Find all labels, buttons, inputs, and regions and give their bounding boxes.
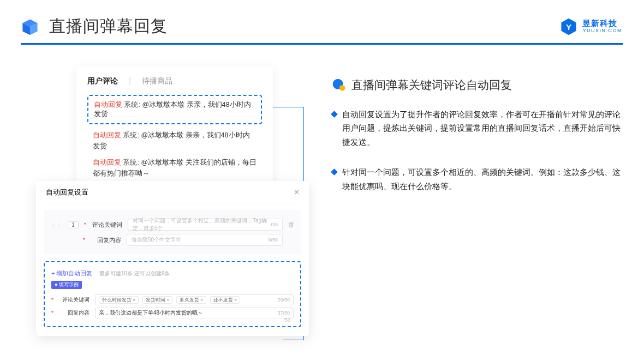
delete-icon[interactable]: 🗑 [288,221,295,228]
keyword-tag[interactable]: 什么时候发货× [99,296,139,304]
content-row: * 回复内容 每条限50个中文字符 0/50 [50,234,295,246]
diamond-icon [331,168,338,176]
system-label: 系统: [124,101,140,108]
brand-name-en: YUUXIN.COM [582,28,622,34]
right-column: 直播间弹幕关键词评论自动回复 自动回复设置为了提升作者的评论回复效率，作者可在开… [332,67,622,210]
char-count: 0/5 [271,222,278,227]
content: 用户评论 | 待播商品 自动回复 系统: @冰墩墩本墩 亲亲，我们48小时内发货… [0,45,644,210]
keyword-label: 评论关键词 [92,221,122,229]
brand-logo-icon: Y [559,17,578,36]
add-hint: 最多可建10条 还可以创建9条 [99,270,170,276]
highlighted-reply: 自动回复 系统: @冰墩墩本墩 亲亲，我们48小时内发货 [87,95,262,124]
left-column: 用户评论 | 待播商品 自动回复 系统: @冰墩墩本墩 亲亲，我们48小时内发货… [26,67,299,210]
example-content-row: * 回复内容 亲，我们这边都是下单48小时内发货的哦～ 37/50 [51,307,294,318]
content-label: 回复内容 [59,309,90,317]
svg-point-5 [339,85,345,90]
diamond-icon [331,111,338,118]
brand-name-cn: 昱新科技 [582,19,622,28]
page-title: 直播间弹幕回复 [49,15,168,38]
cube-icon [21,17,39,36]
auto-reply-tag: 自动回复 [93,131,121,139]
settings-card: 自动回复设置 × ⋮⋮ 1 * 评论关键词 对同一个问题，可设置多个相近、高频的… [36,181,309,336]
list-item: 自动回复设置为了提升作者的评论回复效率，作者可在开播前针对常见的评论用户问题，提… [332,108,622,149]
add-reply-row: + 增加自动回复 最多可建10条 还可以创建9条 [51,268,294,277]
svg-text:Y: Y [566,22,571,31]
tab-separator: | [129,76,131,86]
content-label: 回复内容 [91,236,121,244]
tag-list: 什么时候发货× 发货时间× 多久发货× 还不发货× [99,297,242,304]
header: 直播间弹幕回复 Y 昱新科技 YUUXIN.COM [0,0,644,38]
example-keyword-input[interactable]: 什么时候发货× 发货时间× 多久发货× 还不发货× 20/50 [95,294,294,305]
connector-line [283,340,303,340]
drag-handle-icon[interactable]: ⋮⋮ [50,221,62,228]
bullet-text: 自动回复设置为了提升作者的评论回复效率，作者可在开播前针对常见的评论用户问题，提… [342,108,622,149]
auto-reply-tag: 自动回复 [93,159,121,166]
brand: Y 昱新科技 YUUXIN.COM [559,17,622,36]
char-count: 20/50 [277,297,290,303]
placeholder-text: 对同一个问题，可设置多个相近、高频的关键词，Tag确定，最多5个 [133,217,271,232]
reply-line: 自动回复 系统: @冰墩墩本墩 亲亲，我们48小时内发货 [87,124,262,152]
keyword-tag[interactable]: 多久发货× [176,296,206,304]
rule-group: ⋮⋮ 1 * 评论关键词 对同一个问题，可设置多个相近、高频的关键词，Tag确定… [44,210,301,255]
connector-line [273,107,303,107]
content-input[interactable]: 每条限50个中文字符 0/50 [127,234,283,246]
required-mark: * [84,222,86,228]
settings-title: 自动回复设置 [46,188,88,197]
example-keyword-row: * 评论关键词 什么时候发货× 发货时间× 多久发货× 还不发货× 20/50 [51,294,294,305]
bullet-list: 自动回复设置为了提升作者的评论回复效率，作者可在开播前针对常见的评论用户问题，提… [332,108,622,194]
subsection-header: 直播间弹幕关键词评论自动回复 [332,77,622,93]
overflow-count: /50 [283,317,290,323]
close-icon[interactable]: × [294,188,299,197]
example-content-input[interactable]: 亲，我们这边都是下单48小时内发货的哦～ 37/50 [95,307,294,318]
auto-reply-tag: 自动回复 [94,101,122,108]
content-value: 亲，我们这边都是下单48小时内发货的哦～ [99,309,203,317]
keyword-tag[interactable]: 发货时间× [142,296,172,304]
keyword-row: ⋮⋮ 1 * 评论关键词 对同一个问题，可设置多个相近、高频的关键词，Tag确定… [50,219,295,231]
tab-pending-goods[interactable]: 待播商品 [142,76,172,86]
header-left: 直播间弹幕回复 [21,15,168,38]
settings-header: 自动回复设置 × [44,188,301,203]
bullet-text: 针对同一个问题，可设置多个相近的、高频的关键词。例如：这款多少钱、这块能优惠吗、… [342,166,622,194]
tabs: 用户评论 | 待播商品 [87,76,262,86]
required-mark: * [83,237,85,243]
tab-user-comments[interactable]: 用户评论 [87,76,118,86]
keyword-input[interactable]: 对同一个问题，可设置多个相近、高频的关键词，Tag确定，最多5个 0/5 [128,219,283,231]
char-count: 37/50 [277,310,290,316]
required-mark: * [51,297,53,303]
add-reply-link[interactable]: + 增加自动回复 [51,270,92,276]
required-mark: * [51,310,53,316]
example-badge: ● 填写示例 [51,281,82,289]
keyword-label: 评论关键词 [59,296,90,304]
brand-text: 昱新科技 YUUXIN.COM [582,19,622,33]
index-box: 1 [68,221,79,228]
system-label: 系统: [123,159,139,166]
keyword-tag[interactable]: 还不发货× [210,296,240,304]
chat-bubble-icon [332,78,346,92]
placeholder-text: 每条限50个中文字符 [132,236,181,244]
example-area: + 增加自动回复 最多可建10条 还可以创建9条 ● 填写示例 * 评论关键词 … [44,261,301,327]
reply-line: 自动回复 系统: @冰墩墩本墩 关注我们的店铺，每日都有热门推荐呦～ [87,152,262,179]
subsection-title: 直播间弹幕关键词评论自动回复 [351,77,512,93]
list-item: 针对同一个问题，可设置多个相近的、高频的关键词。例如：这款多少钱、这块能优惠吗、… [332,166,622,194]
system-label: 系统: [123,131,139,139]
char-count: 0/50 [268,237,278,243]
